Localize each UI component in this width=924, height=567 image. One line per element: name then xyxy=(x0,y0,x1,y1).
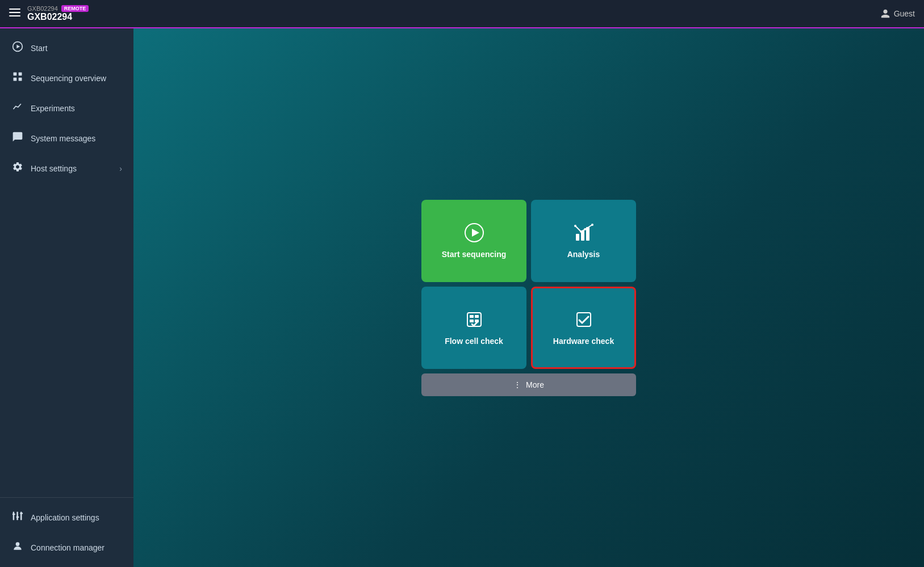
sidebar-item-connection-manager-label: Connection manager xyxy=(31,543,122,552)
chart-line-icon xyxy=(11,101,24,115)
menu-icon[interactable] xyxy=(9,7,20,21)
svg-rect-12 xyxy=(12,514,15,515)
svg-rect-18 xyxy=(576,234,579,241)
sidebar-item-connection-manager[interactable]: Connection manager xyxy=(0,532,133,562)
svg-point-23 xyxy=(580,230,582,233)
sidebar-item-sequencing-overview[interactable]: Sequencing overview xyxy=(0,63,133,93)
svg-rect-2 xyxy=(9,15,20,16)
grid-icon xyxy=(11,71,24,85)
device-id-large: GXB02294 xyxy=(27,12,89,22)
more-label: More xyxy=(526,380,544,389)
sidebar-item-start[interactable]: Start xyxy=(0,33,133,63)
gear-icon xyxy=(11,161,24,175)
user-icon xyxy=(880,9,890,19)
tiles-container: Start sequencing xyxy=(421,200,636,396)
svg-rect-28 xyxy=(475,315,479,318)
svg-rect-14 xyxy=(20,513,23,514)
device-id-small: GXB02294 xyxy=(27,5,58,12)
user-label: Guest xyxy=(894,9,915,18)
header-right[interactable]: Guest xyxy=(880,9,915,19)
sidebar: Start Sequencing overview xyxy=(0,28,133,567)
main-layout: Start Sequencing overview xyxy=(0,28,924,567)
sidebar-item-host-settings[interactable]: Host settings › xyxy=(0,153,133,183)
remote-badge: REMOTE xyxy=(61,5,89,12)
sliders-icon xyxy=(11,510,24,524)
svg-rect-10 xyxy=(16,512,18,520)
sidebar-item-application-settings[interactable]: Application settings xyxy=(0,502,133,532)
comment-icon xyxy=(11,131,24,145)
sidebar-item-system-messages[interactable]: System messages xyxy=(0,123,133,153)
hardware-check-icon xyxy=(574,309,594,330)
svg-point-22 xyxy=(574,225,576,227)
chevron-right-icon: › xyxy=(119,164,122,173)
sidebar-item-host-settings-label: Host settings xyxy=(31,164,112,173)
more-dots: ⋮ xyxy=(513,380,521,389)
more-button[interactable]: ⋮ More xyxy=(421,373,636,396)
svg-rect-29 xyxy=(470,320,474,322)
svg-rect-9 xyxy=(13,512,15,520)
header-left: GXB02294 REMOTE GXB02294 xyxy=(9,5,89,22)
svg-point-24 xyxy=(584,228,586,230)
device-info: GXB02294 REMOTE GXB02294 xyxy=(27,5,89,22)
tiles-grid: Start sequencing xyxy=(421,200,636,369)
svg-marker-17 xyxy=(472,229,479,237)
sidebar-bottom: Application settings Connection manager xyxy=(0,497,133,567)
svg-marker-4 xyxy=(16,45,20,49)
svg-rect-21 xyxy=(591,233,592,233)
tile-hardware-check-label: Hardware check xyxy=(553,337,614,346)
svg-point-15 xyxy=(16,542,20,546)
svg-rect-8 xyxy=(19,78,22,81)
header: GXB02294 REMOTE GXB02294 Guest xyxy=(0,0,924,28)
sidebar-item-experiments-label: Experiments xyxy=(31,104,122,113)
svg-rect-7 xyxy=(14,78,17,81)
bar-chart-icon xyxy=(574,222,594,243)
sidebar-item-application-settings-label: Application settings xyxy=(31,513,122,522)
sidebar-item-start-label: Start xyxy=(31,44,122,53)
sidebar-item-experiments[interactable]: Experiments xyxy=(0,93,133,123)
tile-analysis[interactable]: Analysis xyxy=(531,200,636,282)
flow-cell-icon xyxy=(464,309,484,330)
svg-point-25 xyxy=(591,224,593,226)
tile-flow-cell-check[interactable]: Flow cell check xyxy=(421,287,526,369)
tile-analysis-label: Analysis xyxy=(567,250,600,259)
tile-start-sequencing[interactable]: Start sequencing xyxy=(421,200,526,282)
svg-rect-6 xyxy=(19,73,22,76)
play-icon xyxy=(464,222,484,243)
svg-rect-20 xyxy=(586,227,589,241)
tile-flow-cell-check-label: Flow cell check xyxy=(445,337,503,346)
connection-icon xyxy=(11,540,24,555)
tile-hardware-check[interactable]: Hardware check xyxy=(531,287,636,369)
svg-rect-1 xyxy=(9,12,20,13)
content-area: Start sequencing xyxy=(133,28,924,567)
svg-rect-5 xyxy=(14,73,17,76)
svg-rect-13 xyxy=(16,516,19,518)
sidebar-top: Start Sequencing overview xyxy=(0,28,133,497)
sidebar-item-system-messages-label: System messages xyxy=(31,134,122,143)
sidebar-item-sequencing-label: Sequencing overview xyxy=(31,74,122,83)
svg-rect-0 xyxy=(9,9,20,10)
circle-play-icon xyxy=(11,41,24,55)
svg-rect-27 xyxy=(470,315,474,318)
tile-start-sequencing-label: Start sequencing xyxy=(442,250,507,259)
